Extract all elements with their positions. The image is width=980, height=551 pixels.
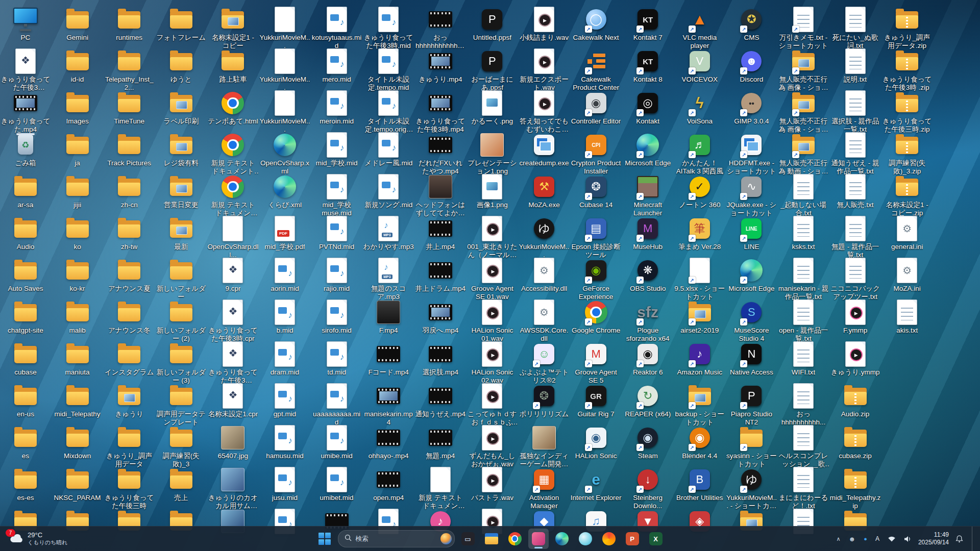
desktop-icon[interactable]: Auto Saves xyxy=(0,257,51,293)
desktop-icon[interactable]: だれだFXいれたやつ.mp4 xyxy=(415,132,466,176)
desktop-icon[interactable]: ◉↗GeForce Experience xyxy=(571,257,622,301)
desktop-icon[interactable]: 無題.mp4 xyxy=(415,424,466,460)
taskbar-orange-sphere-app[interactable] xyxy=(599,529,619,549)
desktop-icon[interactable]: ♪sirofo.mid xyxy=(311,299,362,335)
desktop-icon[interactable]: ❖きゅうり食ってた午後3時.cpr xyxy=(207,299,258,343)
desktop-icon[interactable]: ↗Microsoft Edge xyxy=(726,257,777,293)
desktop-icon[interactable]: きゅうり_調声用データ.zip xyxy=(881,6,933,50)
desktop-icon[interactable]: ♪jusu.mid xyxy=(259,466,310,502)
desktop-icon[interactable]: CPI↗Crypton Product Installer xyxy=(571,132,622,176)
desktop-icon[interactable]: きゅうり.mp4 xyxy=(415,48,466,84)
desktop-icon[interactable]: ♪umibet.mid xyxy=(311,466,362,502)
desktop-icon[interactable]: midi_Telepathy.zip xyxy=(830,466,881,510)
desktop-icon[interactable]: おっ hhhhhhhhhh... xyxy=(778,383,829,427)
desktop-icon[interactable]: ↗Minecraft Launcher xyxy=(622,173,673,217)
show-desktop-button[interactable] xyxy=(972,527,974,551)
desktop-icon[interactable]: ♪MP3無題のスコア.mp3 xyxy=(363,257,414,301)
desktop-icon[interactable]: ▶F.ymmp xyxy=(830,299,881,335)
desktop-icon[interactable]: 新しいフォルダー xyxy=(156,257,207,301)
desktop-icon[interactable]: 新規 テキスト ドキュメント (2).html xyxy=(207,132,258,176)
desktop-icon[interactable]: ❖名称未設定1.cpr xyxy=(207,383,258,418)
desktop-icon[interactable]: runtimes xyxy=(104,6,155,42)
desktop-icon[interactable]: レジ袋有料 xyxy=(156,132,207,167)
desktop-icon[interactable]: Audio.zip xyxy=(830,383,881,418)
desktop-icon[interactable]: ◉↗Steam xyxy=(622,424,673,460)
desktop-icon[interactable]: createdump.exe xyxy=(519,132,570,167)
desktop-icon[interactable]: 孤独なインディーゲーム開発者の一生... xyxy=(519,424,570,468)
desktop-icon[interactable]: ◉↗Blender 4.4 xyxy=(674,424,725,460)
desktop-icon[interactable]: 名称未設定1 - コピー.zip xyxy=(881,173,933,217)
desktop-icon[interactable]: ♪gpt.mid xyxy=(259,383,310,418)
desktop-icon[interactable]: ohhayo-.mp4 xyxy=(363,424,414,460)
desktop-icon[interactable]: ☺↗ぷよぷよ™テトリス®2 xyxy=(519,341,570,385)
search-highlight-icon[interactable] xyxy=(440,533,452,544)
desktop-icon[interactable]: TimeTune xyxy=(104,90,155,126)
desktop-icon[interactable]: ◉↗Controller Editor xyxy=(571,90,622,126)
desktop-icon[interactable]: アナウンス夏 xyxy=(104,257,155,293)
wifi-icon[interactable] xyxy=(886,529,897,549)
desktop-icon[interactable]: ⚙MoZA.ini xyxy=(881,257,933,293)
desktop-icon[interactable]: ♪meroin.mid xyxy=(311,90,362,126)
desktop-icon[interactable]: 無題 - 親作品一覧.txt xyxy=(830,215,881,259)
desktop-icon[interactable]: ▶ずんだもん_しおかぜぉ.wav xyxy=(467,424,518,468)
desktop-icon[interactable]: 新しいフォルダー (2) xyxy=(156,299,207,343)
desktop-icon[interactable]: sfz↗Plogue sforzando x64 xyxy=(622,299,673,343)
desktop-icon[interactable]: きゅうり食ってた午後三時 xyxy=(104,466,155,510)
desktop-icon[interactable]: ▶小銭詰まり.wav xyxy=(519,6,570,42)
desktop-icon[interactable]: zh-cn xyxy=(104,173,155,209)
desktop-icon[interactable]: ▶答え知ってでもむずいわこれ.wav xyxy=(519,90,570,134)
desktop-icon[interactable]: ϟ↗VoiSona xyxy=(674,90,725,126)
desktop-icon[interactable]: きゅうり食ってた午後三時.zip xyxy=(881,90,933,134)
desktop-icon[interactable]: 井上ドラム.mp4 xyxy=(415,257,466,293)
desktop-icon[interactable]: open.mp4 xyxy=(363,466,414,502)
desktop-icon[interactable]: Gemini xyxy=(52,6,103,42)
desktop-icon[interactable]: ↗syasinn - ショートカット xyxy=(726,424,777,468)
desktop-icon[interactable]: ♬↗かんたん！AITalk 3 関西風 xyxy=(674,132,725,176)
desktop-icon[interactable]: ♪メドレー風.mid xyxy=(363,132,414,167)
desktop-icon[interactable]: ▶HALion Sonic 01.wav xyxy=(467,299,518,343)
desktop-icon[interactable]: きゅうり食ってた午後3時 .zip xyxy=(881,48,933,92)
desktop-icon[interactable]: 営業日変更 xyxy=(156,173,207,209)
volume-icon[interactable] xyxy=(902,529,913,549)
desktop-icon[interactable]: ❖9.cpr xyxy=(207,257,258,293)
desktop-icon[interactable]: M↗Groove Agent SE 5 xyxy=(571,341,622,385)
desktop-icon[interactable]: ▶パストラ.wav xyxy=(467,466,518,502)
desktop-icon[interactable]: NKSC_PARAM xyxy=(52,466,103,502)
desktop-icon[interactable]: きゅうり食ってた午後3時.mp4 xyxy=(415,90,466,134)
desktop-icon[interactable]: きゅうりのカオカル用サムネ.jpg xyxy=(207,466,258,510)
desktop-icon[interactable]: OpenCvSharp.xml xyxy=(259,132,310,176)
desktop-icon[interactable]: es xyxy=(0,424,51,460)
desktop-icon[interactable]: ニコニコバックアップツー.txt xyxy=(830,257,881,301)
desktop-icon[interactable]: ↗無人販売不正行為 動画 - ショートカット xyxy=(778,132,829,176)
desktop-icon[interactable]: ♪kotusytuaaus.mid xyxy=(311,6,362,50)
desktop-icon[interactable]: おっ hhhhhhhhhhhh... xyxy=(415,6,466,50)
desktop-icon[interactable]: ↗airset2-2019 xyxy=(674,299,725,335)
desktop-icon[interactable]: P↗Piapro Studio NT2 xyxy=(726,383,777,427)
desktop-icon[interactable]: ❋↗OBS Studio xyxy=(622,257,673,293)
desktop-icon[interactable]: Track Pictures xyxy=(104,132,155,167)
desktop-icon[interactable]: ♪MP3わかりやす.mp3 xyxy=(363,215,414,251)
desktop-icon[interactable]: ▶きゅうり.ymmp xyxy=(830,341,881,377)
desktop-icon[interactable]: ⚙general.ini xyxy=(881,215,933,251)
tray-bluetooth-dot-icon[interactable]: ● xyxy=(862,529,869,549)
desktop-icon[interactable]: きゅうり食ってた.mp4 xyxy=(0,90,51,134)
desktop-icon[interactable]: ja xyxy=(52,132,103,167)
desktop-icon[interactable]: ❖きゅうり食ってた午後3時-01.cpr xyxy=(0,48,51,92)
desktop-icon[interactable]: 選択肢 - 親作品一覧.txt xyxy=(830,90,881,134)
desktop-icon[interactable]: id-id xyxy=(52,48,103,84)
desktop-icon[interactable]: chatgpt-site xyxy=(0,299,51,335)
desktop-icon[interactable]: KT↗Kontakt 8 xyxy=(622,48,673,84)
desktop-icon[interactable]: ♪aorin.mid xyxy=(259,257,310,293)
desktop-icon[interactable]: F.mp4 xyxy=(363,299,414,335)
desktop-icon[interactable]: jijii xyxy=(52,173,103,209)
desktop-icon[interactable]: ♪mero.mid xyxy=(311,48,362,84)
start-button[interactable] xyxy=(314,529,335,549)
tray-ime-indicator[interactable]: A xyxy=(874,529,881,549)
desktop-icon[interactable]: zh-tw xyxy=(104,215,155,251)
desktop-icon[interactable]: ♪きゅうり食ってた午後3時.mid xyxy=(363,6,414,50)
desktop-icon[interactable]: ゆ↗YukkuriMovieM... - ショートカット xyxy=(726,466,777,510)
desktop-icon[interactable]: 画像1.png xyxy=(467,173,518,209)
desktop-icon[interactable]: ksks.txt xyxy=(778,215,829,251)
desktop-icon[interactable]: ▶新規エクスポート.wav xyxy=(519,48,570,92)
taskbar-weather-widget[interactable]: 7 29°C くもりのち晴れ xyxy=(5,527,72,551)
